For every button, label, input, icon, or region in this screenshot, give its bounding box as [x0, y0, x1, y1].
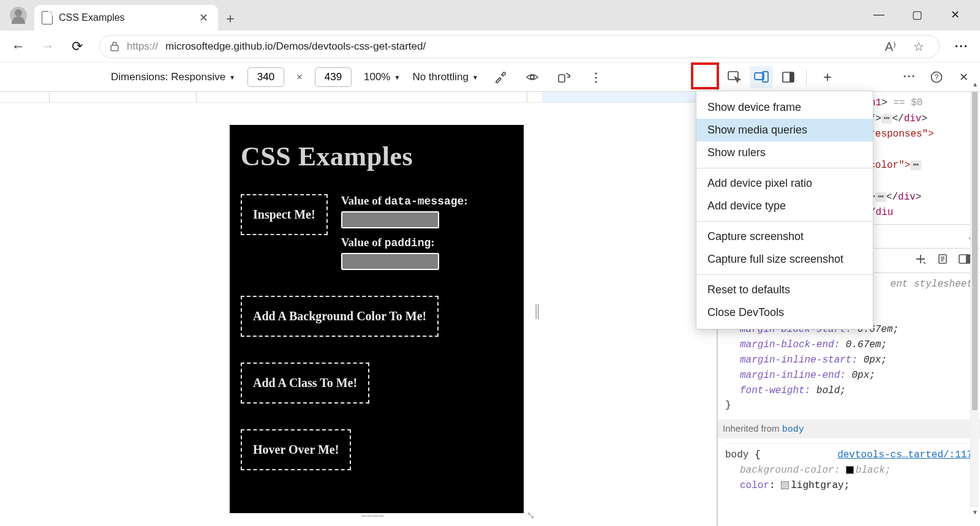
rendered-page[interactable]: CSS Examples Inspect Me! Value of data-m…	[230, 125, 524, 513]
hover-box[interactable]: Hover Over Me!	[241, 429, 351, 470]
svg-rect-7	[790, 72, 794, 82]
menu-add-dpr[interactable]: Add device pixel ratio	[696, 172, 873, 195]
more-browser-icon[interactable]: ···	[949, 34, 974, 59]
device-toolbar-context-menu: Show device frame Show media queries Sho…	[696, 91, 873, 329]
svg-text:?: ?	[935, 73, 939, 81]
svg-point-1	[530, 75, 534, 79]
value-data-message-label: Value of data-message:	[341, 194, 468, 208]
device-toolbar: Dimensions: Responsive ▼ × 100% ▼ No thr…	[0, 62, 717, 92]
chevron-down-icon: ▼	[472, 74, 478, 81]
new-tab-button[interactable]: ＋	[218, 6, 243, 31]
new-style-rule-icon[interactable]	[911, 254, 930, 268]
menu-capture-full-screenshot[interactable]: Capture full size screenshot	[696, 248, 873, 271]
data-message-input[interactable]	[341, 211, 439, 228]
url-path: microsoftedge.github.io/Demos/devtools-c…	[165, 40, 426, 53]
resize-handle-corner[interactable]: ⤡	[527, 509, 535, 521]
breakpoint-bar	[0, 92, 717, 103]
inspect-me-box[interactable]: Inspect Me!	[241, 194, 328, 235]
back-button[interactable]: ←	[6, 34, 31, 59]
height-input[interactable]	[315, 67, 352, 87]
devtools-scrollbar[interactable]: ▲ ▼	[970, 92, 979, 508]
address-bar[interactable]: https://microsoftedge.github.io/Demos/de…	[99, 35, 940, 58]
resize-handle-horizontal[interactable]: ════	[361, 511, 385, 520]
browser-tab[interactable]: CSS Examples ✕	[34, 5, 218, 31]
svg-rect-0	[111, 45, 118, 51]
profile-avatar[interactable]	[10, 7, 27, 24]
dock-side-icon[interactable]	[777, 66, 800, 88]
svg-rect-12	[966, 255, 970, 263]
device-stage: CSS Examples Inspect Me! Value of data-m…	[0, 103, 717, 526]
window-controls: — ▢ ✕	[866, 8, 975, 31]
browser-toolbar: ← → ⟳ https://microsoftedge.github.io/De…	[0, 31, 980, 62]
user-agent-origin: ent stylesheet	[891, 277, 973, 292]
dimensions-label: Dimensions: Responsive	[111, 71, 225, 83]
menu-show-media-queries[interactable]: Show media queries	[696, 119, 873, 141]
read-aloud-icon[interactable]: A⁾	[880, 39, 901, 54]
rotate-icon[interactable]	[554, 67, 574, 87]
forward-button: →	[36, 34, 60, 59]
value-padding-label: Value of padding:	[341, 236, 468, 249]
eyedropper-icon[interactable]	[491, 67, 510, 87]
help-icon[interactable]: ?	[925, 66, 948, 88]
lock-icon	[110, 41, 119, 52]
tab-title: CSS Examples	[59, 12, 190, 23]
svg-rect-2	[559, 75, 565, 82]
toggle-cls-icon[interactable]	[933, 254, 952, 268]
url-scheme: https://	[127, 40, 158, 53]
zoom-select[interactable]: 100% ▼	[364, 71, 400, 83]
page-h1: CSS Examples	[241, 141, 513, 172]
maximize-button[interactable]: ▢	[904, 8, 930, 21]
refresh-button[interactable]: ⟳	[65, 34, 89, 59]
inherited-from-bar: Inherited from body	[718, 419, 980, 438]
add-tab-icon[interactable]: +	[816, 66, 839, 88]
scroll-down-icon[interactable]: ▼	[972, 509, 978, 519]
device-toolbar-more-icon[interactable]: ⋮	[586, 67, 606, 87]
toggle-device-toolbar-icon[interactable]	[750, 66, 773, 88]
menu-reset-defaults[interactable]: Reset to defaults	[696, 279, 873, 301]
inspect-element-icon[interactable]	[723, 66, 746, 88]
menu-capture-screenshot[interactable]: Capture screenshot	[696, 225, 873, 248]
devtools-more-icon[interactable]: ···	[898, 66, 921, 88]
favorite-icon[interactable]: ☆	[908, 39, 929, 54]
add-class-box[interactable]: Add A Class To Me!	[241, 363, 369, 404]
menu-add-device-type[interactable]: Add device type	[696, 195, 873, 217]
menu-show-rulers[interactable]: Show rulers	[696, 141, 873, 164]
throttle-label: No throttling	[412, 71, 469, 83]
chevron-down-icon: ▼	[394, 74, 400, 81]
menu-show-device-frame[interactable]: Show device frame	[696, 96, 873, 119]
add-bg-box[interactable]: Add A Background Color To Me!	[241, 296, 439, 337]
minimize-button[interactable]: —	[866, 8, 892, 21]
source-link[interactable]: devtools-cs…tarted/:117	[837, 448, 973, 463]
padding-input[interactable]	[341, 253, 439, 270]
devtools-tabbar: + ··· ? ✕	[718, 62, 980, 92]
width-input[interactable]	[247, 67, 284, 87]
scrollbar-thumb[interactable]	[972, 92, 978, 410]
page-favicon	[42, 11, 53, 24]
device-emulation-area: Dimensions: Responsive ▼ × 100% ▼ No thr…	[0, 62, 718, 526]
resize-handle-vertical[interactable]: ║	[533, 287, 539, 336]
dimensions-x: ×	[296, 71, 303, 83]
close-window-button[interactable]: ✕	[942, 8, 968, 21]
zoom-label: 100%	[364, 71, 390, 83]
browser-titlebar: CSS Examples ✕ ＋ — ▢ ✕	[0, 0, 980, 31]
throttle-select[interactable]: No throttling ▼	[412, 71, 478, 83]
chevron-down-icon: ▼	[229, 74, 235, 81]
vision-deficiencies-icon[interactable]	[522, 67, 542, 87]
dimensions-select[interactable]: Dimensions: Responsive ▼	[111, 71, 235, 83]
menu-close-devtools[interactable]: Close DevTools	[696, 301, 873, 324]
scroll-up-icon[interactable]: ▲	[972, 81, 978, 91]
close-tab-icon[interactable]: ✕	[197, 9, 211, 27]
